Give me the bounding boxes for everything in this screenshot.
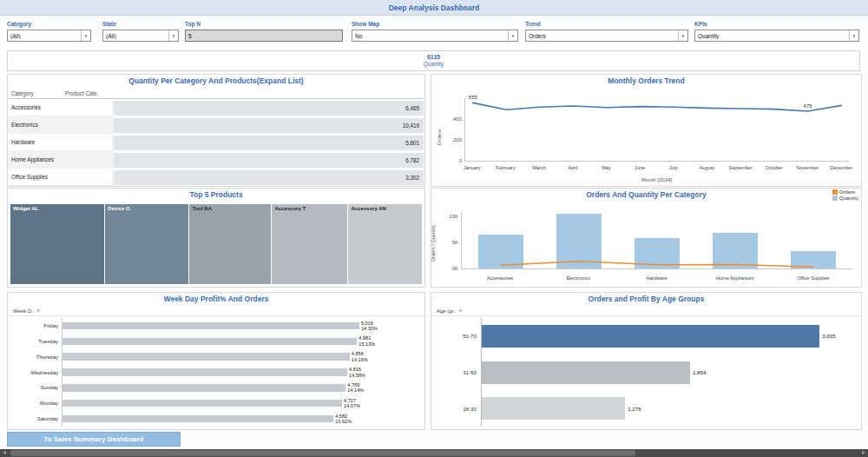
treemap-block[interactable]: Tool BA <box>189 204 271 284</box>
weekday-bar-row[interactable]: Thursday4,85614.16% <box>8 349 424 365</box>
filter-category-value: (All) <box>8 33 81 39</box>
value-labels: 4,98115.13% <box>358 335 375 347</box>
sort-icon[interactable]: ≡ <box>459 308 463 314</box>
panel-monthly-orders-trend: Monthly Orders Trend Orders0200400555475… <box>431 74 862 187</box>
scroll-left-icon[interactable] <box>3 451 6 454</box>
scroll-right-icon[interactable] <box>862 451 865 454</box>
bars-body: Friday5,01914.30%Tuesday4,98115.13%Thurs… <box>8 316 424 429</box>
show-map-dropdown[interactable]: No ▼ <box>352 30 518 42</box>
axis-header-label[interactable]: Age (gr.. <box>437 308 457 314</box>
treemap-label: Device O <box>108 206 130 211</box>
legend: OrdersQuantity <box>832 189 858 201</box>
profit-pct-label: 14.58% <box>349 373 365 378</box>
trend-dropdown[interactable]: Orders ▼ <box>525 30 688 42</box>
filter-top-n-label: Top N <box>185 21 343 27</box>
table-row[interactable]: Electronics10,419 <box>8 116 424 134</box>
table-body: Accessories6,465Electronics10,419Hardwar… <box>8 99 424 186</box>
table-row[interactable]: Office Supplies3,302 <box>8 169 424 186</box>
table-row[interactable]: Accessories6,465 <box>8 99 424 116</box>
bar-zone: 4,81614.58% <box>62 365 424 381</box>
age-group-label: 51-70 <box>431 333 481 339</box>
sort-icon[interactable]: ≡ <box>37 308 41 314</box>
bar-zone: 5,01914.30% <box>62 318 424 334</box>
weekday-bar-row[interactable]: Monday4,72714.07% <box>8 395 424 411</box>
kpis-dropdown[interactable]: Quantity ▼ <box>694 30 859 42</box>
panel-title: Top 5 Products <box>8 189 424 201</box>
orders-trend-line[interactable] <box>473 103 841 111</box>
orders-bar[interactable] <box>62 384 345 392</box>
quantity-band[interactable]: 10,419 <box>114 118 424 133</box>
column-header-category[interactable]: Category <box>8 90 65 96</box>
legend-swatch <box>832 195 838 201</box>
x-axis-tick-label: Accessories <box>461 275 539 282</box>
age-bar-row[interactable]: 18-301,276 <box>431 390 861 427</box>
chevron-down-icon[interactable]: ▼ <box>849 30 858 41</box>
x-axis-tick-label: February <box>496 165 515 170</box>
chevron-down-icon[interactable]: ▼ <box>508 30 517 41</box>
age-bar-row[interactable]: 51-703,005 <box>431 318 861 354</box>
profit-pct-label: 14.14% <box>347 387 364 393</box>
filter-category: Category (All) ▼ <box>7 21 91 42</box>
plot-area: 0200400555475 <box>464 98 849 162</box>
scrollbar-thumb[interactable] <box>10 450 635 456</box>
weekday-bar-row[interactable]: Wednesday4,81614.58% <box>8 365 424 381</box>
legend-label: Orders <box>839 189 855 195</box>
table-row[interactable]: Hardware5,801 <box>8 134 424 151</box>
to-sales-summary-button[interactable]: To Sales Summary Dashboard <box>7 432 181 447</box>
treemap-block[interactable]: Accessory AN <box>348 204 422 284</box>
orders-bar[interactable] <box>62 368 347 376</box>
profit-pct-label: 14.30% <box>361 326 378 331</box>
treemap-block[interactable]: Device O <box>105 204 188 284</box>
horizontal-scrollbar[interactable] <box>0 449 868 457</box>
filter-show-map: Show Map No ▼ <box>352 21 518 42</box>
orders-bar[interactable] <box>62 415 333 423</box>
quantity-band[interactable]: 6,465 <box>114 101 424 116</box>
x-axis-tick-label: Home Appliances <box>696 275 774 282</box>
value-labels: 4,78914.14% <box>347 382 364 394</box>
filter-show-map-label: Show Map <box>352 21 518 27</box>
orders-bar[interactable] <box>482 325 819 348</box>
axis-header-label[interactable]: Week D.. <box>13 308 35 314</box>
top-n-input[interactable]: 5 <box>185 30 343 42</box>
bar-zone: 4,78914.14% <box>62 380 424 395</box>
orders-line[interactable] <box>501 262 813 267</box>
chevron-down-icon[interactable]: ▼ <box>81 30 90 41</box>
trend-value: Orders <box>526 33 678 39</box>
bar-zone: 4,98115.13% <box>62 334 424 349</box>
orders-bar[interactable] <box>62 400 342 407</box>
table-column-headers: CategoryProduct Cate. <box>8 88 424 99</box>
treemap-label: Accessory AN <box>351 206 385 211</box>
quantity-band[interactable]: 5,801 <box>114 136 424 150</box>
weekday-bar-row[interactable]: Sunday4,78914.14% <box>8 380 424 395</box>
orders-bar[interactable] <box>482 361 690 384</box>
orders-bar[interactable] <box>62 353 350 361</box>
quantity-band[interactable]: 3,302 <box>114 170 424 185</box>
filter-category-dropdown[interactable]: (All) ▼ <box>7 30 91 42</box>
filter-top-n: Top N 5 <box>185 21 343 42</box>
weekday-bar-row[interactable]: Tuesday4,98115.13% <box>8 334 424 349</box>
category-label: Accessories <box>8 99 113 116</box>
legend-entry[interactable]: Orders <box>832 189 858 195</box>
monthly-orders-trend-chart: Orders0200400555475JanuaryFebruaryMarchA… <box>431 88 861 186</box>
treemap-block[interactable]: Widget AL <box>10 204 104 284</box>
chevron-down-icon[interactable]: ▼ <box>678 30 687 41</box>
orders-bar[interactable] <box>482 397 625 420</box>
weekday-bar-row[interactable]: Friday5,01914.30% <box>8 318 424 334</box>
orders-bar[interactable] <box>62 322 359 330</box>
weekday-bar-row[interactable]: Saturday4,58213.62% <box>8 411 424 427</box>
orders-bar[interactable] <box>62 338 357 346</box>
chevron-down-icon[interactable]: ▼ <box>168 30 178 41</box>
filter-trend-label: Trend <box>525 21 688 27</box>
age-bar-row[interactable]: 31-501,854 <box>431 354 861 391</box>
filter-state-dropdown[interactable]: (All) ▼ <box>102 30 179 42</box>
table-row[interactable]: Home Appliances6,782 <box>8 151 424 169</box>
x-axis-tick-label: July <box>669 165 678 170</box>
treemap-label: Accessory T <box>274 206 306 211</box>
x-axis-tick-label: November <box>797 165 819 170</box>
treemap-block[interactable]: Accessory T <box>272 204 347 284</box>
quantity-band[interactable]: 6,782 <box>114 153 424 168</box>
value-labels: 4,85614.16% <box>352 351 368 362</box>
legend-entry[interactable]: Quantity <box>832 195 858 201</box>
column-header-product-category[interactable]: Product Cate. <box>65 90 114 96</box>
bars-body: 51-703,00531-501,85418-301,276 <box>431 316 861 429</box>
